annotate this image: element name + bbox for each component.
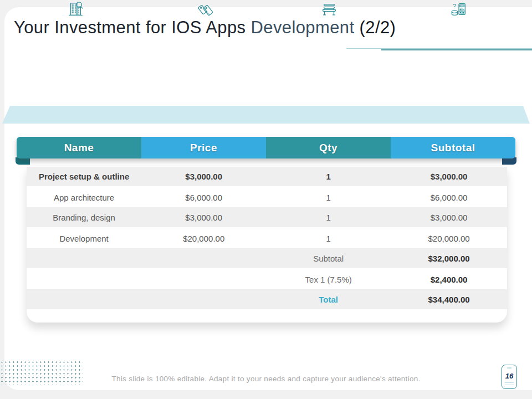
- header-cell-qty: Qty: [266, 137, 391, 158]
- svg-text:?: ?: [453, 3, 456, 9]
- page-number: 16: [502, 372, 516, 380]
- cell-subtotal: $20,000.00: [391, 234, 507, 243]
- title-underline-dark: [381, 49, 532, 50]
- header-cell-price: Price: [141, 137, 266, 158]
- header-cell-name: Name: [17, 137, 141, 158]
- page-box-line: [505, 382, 514, 383]
- cost-calculator-icon: ?: [450, 1, 468, 18]
- rate-tags-icon: RATE: [197, 1, 214, 18]
- cell-name: Branding, design: [27, 213, 141, 222]
- total-label: Total: [266, 295, 391, 304]
- header-cell-subtotal: Subtotal: [391, 137, 515, 158]
- table-row: App architecture $6,000.00 1 $6,000.00: [27, 187, 507, 208]
- page-box-dash: [507, 367, 511, 369]
- cell-subtotal: $6,000.00: [391, 193, 507, 202]
- cell-qty: 1: [266, 234, 391, 243]
- icon-band: [2, 106, 530, 124]
- summary-row-total: Total $34,400.00: [27, 290, 507, 310]
- cell-subtotal: $3,000.00: [391, 172, 507, 181]
- cell-price: $3,000.00: [141, 213, 266, 222]
- cell-name: Project setup & outline: [27, 172, 141, 181]
- page-title: Your Investment for IOS Apps Development…: [14, 18, 457, 38]
- title-accent: Development: [250, 18, 354, 37]
- table-header: Name Price Qty Subtotal: [17, 137, 515, 158]
- title-underline-light: [346, 48, 532, 49]
- cell-subtotal: $3,000.00: [391, 213, 507, 222]
- cell-name: Development: [27, 234, 141, 243]
- slide-background: { "slide": { "title_part1": "Your Invest…: [0, 0, 532, 399]
- building-search-icon: [66, 1, 84, 18]
- cell-price: $20,000.00: [141, 234, 266, 243]
- page-number-box: 16: [502, 365, 517, 389]
- summary-label: Tex 1 (7.5%): [266, 275, 391, 284]
- cell-qty: 1: [266, 172, 391, 181]
- title-main: Your Investment for IOS Apps: [14, 18, 250, 37]
- summary-row-subtotal: Subtotal $32,000.00: [27, 249, 507, 269]
- summary-label: Subtotal: [266, 254, 391, 263]
- cell-name: App architecture: [27, 193, 141, 202]
- cell-price: $3,000.00: [141, 172, 266, 181]
- cell-price: $6,000.00: [141, 193, 266, 202]
- table-row: Project setup & outline $3,000.00 1 $3,0…: [27, 167, 507, 187]
- title-suffix: (2/2): [355, 18, 396, 37]
- cell-qty: 1: [266, 213, 391, 222]
- total-value: $34,400.00: [391, 295, 507, 304]
- cell-qty: 1: [266, 193, 391, 202]
- summary-value: $32,000.00: [391, 254, 507, 263]
- table-row: Development $20,000.00 1 $20,000.00: [27, 228, 507, 249]
- page-box-line: [505, 385, 514, 385]
- svg-text:RATE: RATE: [206, 11, 211, 16]
- table-row: Branding, design $3,000.00 1 $3,000.00: [27, 208, 507, 228]
- pricing-table: Project setup & outline $3,000.00 1 $3,0…: [27, 167, 507, 323]
- footer-note: This slide is 100% editable. Adapt it to…: [0, 375, 532, 383]
- summary-value: $2,400.00: [391, 275, 507, 284]
- bench-icon: [320, 1, 338, 18]
- summary-row-tax: Tex 1 (7.5%) $2,400.00: [27, 269, 507, 290]
